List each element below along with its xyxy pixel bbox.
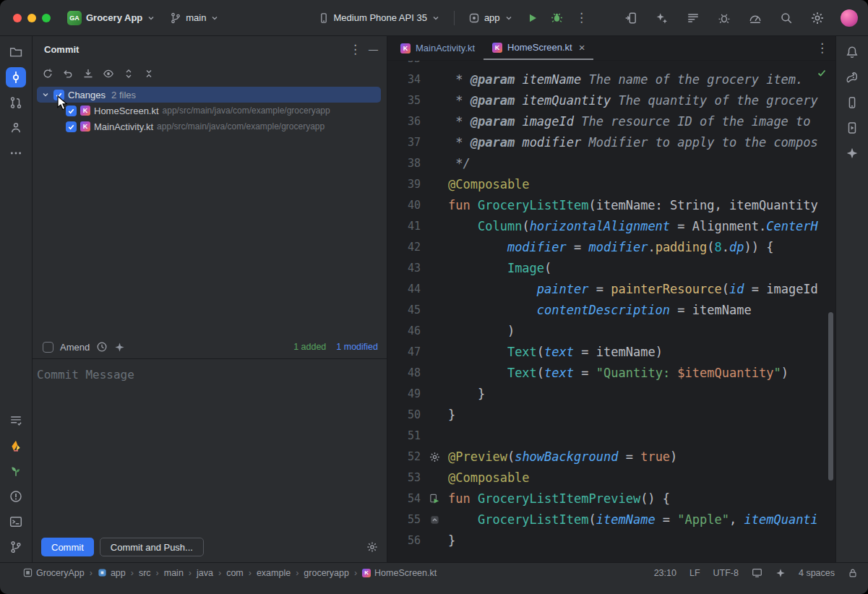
app-quality-insights-tool-button[interactable] [6,436,26,456]
line-number[interactable]: 38 [387,153,421,174]
line-number[interactable]: 45 [387,300,421,321]
line-number[interactable]: 53 [387,468,421,488]
debug-button[interactable] [547,8,567,28]
code-editor[interactable]: 3334 * @param itemName The name of the g… [387,61,835,562]
close-tab-icon[interactable]: × [579,41,585,53]
app-inspection-button[interactable] [714,8,734,28]
preview-settings-icon[interactable] [421,447,448,468]
hide-panel-button[interactable]: — [369,44,378,55]
breadcrumb-item[interactable]: main [164,568,184,578]
gradle-tool-button[interactable] [842,67,862,87]
changes-group-row[interactable]: Changes 2 files [37,87,381,103]
line-number[interactable]: 36 [387,111,421,132]
branch-selector[interactable]: main [165,9,224,27]
amend-checkbox[interactable] [43,342,53,353]
tab-mainactivity[interactable]: K MainActivity.kt [392,36,484,60]
commit-and-push-button[interactable]: Commit and Push... [100,538,204,556]
show-diff-button[interactable] [99,65,118,82]
monitor-icon[interactable] [752,567,762,578]
line-number[interactable]: 55 [387,509,421,530]
app-links-assistant-tool-button[interactable] [6,461,26,481]
structure-tool-button[interactable] [6,118,26,138]
tab-homescreen[interactable]: K HomeScreen.kt × [484,36,593,60]
ai-commit-message-icon[interactable] [114,342,125,353]
logcat-button[interactable] [683,8,703,28]
line-number[interactable]: 50 [387,405,421,426]
line-number[interactable]: 46 [387,321,421,342]
gemini-tool-button[interactable] [842,143,862,163]
breadcrumb-item[interactable]: app [98,568,126,578]
running-devices-tool-button[interactable] [842,118,862,138]
line-number[interactable]: 33 [387,61,421,69]
settings-button[interactable] [807,8,828,28]
line-number[interactable]: 44 [387,279,421,300]
line-number[interactable]: 49 [387,384,421,405]
commit-message-input[interactable]: Commit Message [33,358,387,532]
line-number[interactable]: 47 [387,342,421,363]
inspections-ok-icon[interactable] [817,68,827,78]
problems-tool-button[interactable] [6,486,26,507]
line-number[interactable]: 35 [387,90,421,111]
breadcrumb-item[interactable]: src [139,568,151,578]
device-mirror-button[interactable] [621,8,641,28]
profiler-button[interactable] [745,8,765,28]
run-button[interactable] [523,8,543,28]
breadcrumb-item[interactable]: java [197,568,213,578]
notifications-tool-button[interactable] [842,42,862,62]
breadcrumb-item[interactable]: com [226,568,244,578]
line-number[interactable]: 34 [387,69,421,90]
shelve-changes-button[interactable] [79,65,98,82]
line-separator[interactable]: LF [689,568,700,578]
line-number[interactable]: 39 [387,174,421,195]
pull-requests-tool-button[interactable] [6,92,26,113]
readonly-lock-icon[interactable] [848,568,858,578]
changed-file-row[interactable]: K HomeScreen.kt app/src/main/java/com/ex… [37,103,381,119]
zoom-window-button[interactable] [42,14,51,22]
history-icon[interactable] [96,341,108,353]
file-checkbox[interactable] [66,121,77,132]
terminal-tool-button[interactable] [6,512,26,532]
search-everywhere-button[interactable] [776,8,796,28]
line-number[interactable]: 51 [387,426,421,447]
commit-panel-options-button[interactable]: ⋮ [349,43,361,56]
breadcrumb-item[interactable]: example [257,568,291,578]
caret-position[interactable]: 23:10 [654,568,676,578]
breadcrumb-item[interactable]: groceryapp [304,568,349,578]
file-encoding[interactable]: UTF-8 [713,568,739,578]
collapse-all-button[interactable] [139,65,158,82]
more-tool-windows-button[interactable] [6,143,26,163]
expand-all-button[interactable] [119,65,138,82]
gemini-status-icon[interactable] [775,568,786,578]
editor-scrollbar[interactable] [828,312,833,481]
commit-tool-button[interactable] [6,67,26,87]
ai-assistant-button[interactable] [652,8,672,28]
version-control-tool-button[interactable] [6,537,26,557]
device-manager-tool-button[interactable] [842,92,862,113]
commit-button[interactable]: Commit [41,538,94,556]
refresh-changes-button[interactable] [38,65,57,82]
line-number[interactable]: 40 [387,195,421,216]
line-number[interactable]: 37 [387,132,421,153]
run-preview-icon[interactable] [421,488,448,509]
line-number[interactable]: 43 [387,258,421,279]
device-selector[interactable]: Medium Phone API 35 [313,9,445,27]
line-number[interactable]: 41 [387,216,421,237]
deploy-preview-icon[interactable] [421,509,448,530]
tab-list-button[interactable]: ⋮ [816,42,828,54]
line-number[interactable]: 48 [387,363,421,384]
line-number[interactable]: 42 [387,237,421,258]
rollback-button[interactable] [59,65,77,82]
todo-tool-button[interactable] [6,410,26,431]
run-configuration-selector[interactable]: app [463,9,518,27]
indent-setting[interactable]: 4 spaces [799,568,835,578]
line-number[interactable]: 54 [387,488,421,509]
breadcrumb-item[interactable]: KHomeScreen.kt [362,568,437,578]
minimize-window-button[interactable] [27,14,36,22]
close-window-button[interactable] [13,14,22,22]
project-selector[interactable]: GA Grocery App [62,8,160,28]
changed-file-row[interactable]: K MainActivity.kt app/src/main/java/com/… [37,119,381,134]
run-more-options-button[interactable]: ⋮ [572,8,592,28]
project-tool-button[interactable] [6,42,26,62]
avatar[interactable] [841,9,858,27]
commit-options-button[interactable] [366,541,378,553]
